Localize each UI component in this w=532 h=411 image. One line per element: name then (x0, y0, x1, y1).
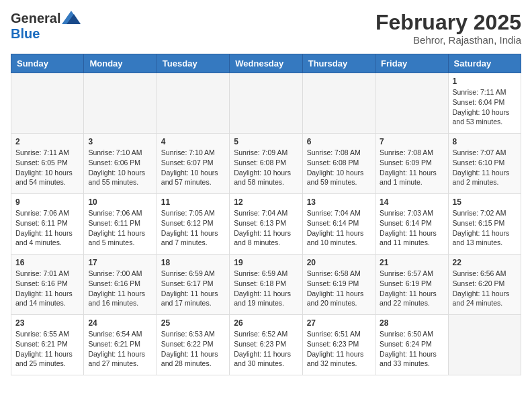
month-year-title: February 2025 (375, 11, 521, 34)
weekday-header-friday: Friday (375, 54, 448, 73)
day-number: 17 (88, 258, 152, 267)
day-number: 6 (307, 137, 371, 146)
day-number: 14 (380, 197, 443, 207)
calendar-cell: 20Sunrise: 6:58 AM Sunset: 6:19 PM Dayli… (302, 255, 375, 315)
day-number: 2 (15, 137, 79, 146)
day-number: 19 (234, 258, 298, 267)
day-number: 18 (161, 258, 225, 267)
calendar-cell (448, 315, 521, 375)
weekday-header-row: SundayMondayTuesdayWednesdayThursdayFrid… (11, 54, 521, 73)
calendar-cell: 9Sunrise: 7:06 AM Sunset: 6:11 PM Daylig… (11, 194, 84, 255)
calendar-cell (11, 73, 84, 134)
day-info: Sunrise: 6:58 AM Sunset: 6:19 PM Dayligh… (307, 269, 371, 308)
page-header: General Blue February 2025 Behror, Rajas… (11, 11, 521, 46)
logo-icon (62, 11, 81, 24)
calendar-cell: 26Sunrise: 6:52 AM Sunset: 6:23 PM Dayli… (230, 315, 302, 375)
week-row-1: 1Sunrise: 7:11 AM Sunset: 6:04 PM Daylig… (11, 73, 521, 134)
weekday-header-sunday: Sunday (11, 54, 84, 73)
location-subtitle: Behror, Rajasthan, India (375, 34, 521, 46)
weekday-header-saturday: Saturday (448, 54, 521, 73)
week-row-5: 23Sunrise: 6:55 AM Sunset: 6:21 PM Dayli… (11, 315, 521, 375)
calendar-cell: 28Sunrise: 6:50 AM Sunset: 6:24 PM Dayli… (375, 315, 448, 375)
calendar-cell: 14Sunrise: 7:03 AM Sunset: 6:14 PM Dayli… (375, 194, 448, 255)
calendar-cell: 18Sunrise: 6:59 AM Sunset: 6:17 PM Dayli… (157, 255, 229, 315)
day-info: Sunrise: 7:04 AM Sunset: 6:14 PM Dayligh… (307, 208, 371, 248)
day-info: Sunrise: 7:05 AM Sunset: 6:12 PM Dayligh… (161, 208, 225, 248)
calendar-cell: 23Sunrise: 6:55 AM Sunset: 6:21 PM Dayli… (11, 315, 84, 375)
day-number: 16 (15, 258, 79, 267)
day-info: Sunrise: 6:53 AM Sunset: 6:22 PM Dayligh… (161, 329, 225, 369)
day-number: 12 (234, 197, 298, 207)
calendar-cell: 1Sunrise: 7:11 AM Sunset: 6:04 PM Daylig… (448, 73, 521, 134)
day-info: Sunrise: 7:11 AM Sunset: 6:04 PM Dayligh… (453, 87, 517, 127)
calendar-cell: 3Sunrise: 7:10 AM Sunset: 6:06 PM Daylig… (84, 134, 157, 194)
day-number: 20 (307, 258, 371, 267)
day-info: Sunrise: 7:10 AM Sunset: 6:06 PM Dayligh… (88, 148, 152, 187)
day-number: 11 (161, 197, 225, 207)
calendar-cell: 22Sunrise: 6:56 AM Sunset: 6:20 PM Dayli… (448, 255, 521, 315)
day-number: 1 (453, 77, 517, 86)
calendar-cell: 2Sunrise: 7:11 AM Sunset: 6:05 PM Daylig… (11, 134, 84, 194)
calendar-cell: 7Sunrise: 7:08 AM Sunset: 6:09 PM Daylig… (375, 134, 448, 194)
calendar-cell (230, 73, 302, 134)
day-info: Sunrise: 7:08 AM Sunset: 6:08 PM Dayligh… (307, 148, 371, 187)
day-info: Sunrise: 6:50 AM Sunset: 6:24 PM Dayligh… (380, 329, 443, 369)
day-info: Sunrise: 7:04 AM Sunset: 6:13 PM Dayligh… (234, 208, 298, 248)
calendar-cell: 13Sunrise: 7:04 AM Sunset: 6:14 PM Dayli… (302, 194, 375, 255)
calendar-cell: 21Sunrise: 6:57 AM Sunset: 6:19 PM Dayli… (375, 255, 448, 315)
logo: General Blue (11, 11, 81, 42)
calendar-cell: 19Sunrise: 6:59 AM Sunset: 6:18 PM Dayli… (230, 255, 302, 315)
calendar-cell (84, 73, 157, 134)
day-info: Sunrise: 6:59 AM Sunset: 6:18 PM Dayligh… (234, 269, 298, 308)
day-number: 5 (234, 137, 298, 146)
calendar-cell: 16Sunrise: 7:01 AM Sunset: 6:16 PM Dayli… (11, 255, 84, 315)
day-number: 25 (161, 318, 225, 328)
day-info: Sunrise: 6:52 AM Sunset: 6:23 PM Dayligh… (234, 329, 298, 369)
day-info: Sunrise: 6:56 AM Sunset: 6:20 PM Dayligh… (453, 269, 517, 308)
week-row-2: 2Sunrise: 7:11 AM Sunset: 6:05 PM Daylig… (11, 134, 521, 194)
weekday-header-monday: Monday (84, 54, 157, 73)
day-info: Sunrise: 7:09 AM Sunset: 6:08 PM Dayligh… (234, 148, 298, 187)
logo-general-text: General (11, 11, 60, 26)
calendar-cell: 4Sunrise: 7:10 AM Sunset: 6:07 PM Daylig… (157, 134, 229, 194)
day-info: Sunrise: 7:06 AM Sunset: 6:11 PM Dayligh… (15, 208, 79, 248)
day-info: Sunrise: 7:10 AM Sunset: 6:07 PM Dayligh… (161, 148, 225, 187)
calendar-cell (302, 73, 375, 134)
day-info: Sunrise: 7:11 AM Sunset: 6:05 PM Dayligh… (15, 148, 79, 187)
day-info: Sunrise: 6:51 AM Sunset: 6:23 PM Dayligh… (307, 329, 371, 369)
calendar-cell (375, 73, 448, 134)
day-number: 10 (88, 197, 152, 207)
day-number: 24 (88, 318, 152, 328)
day-number: 7 (380, 137, 443, 146)
day-info: Sunrise: 7:06 AM Sunset: 6:11 PM Dayligh… (88, 208, 152, 248)
calendar-cell: 25Sunrise: 6:53 AM Sunset: 6:22 PM Dayli… (157, 315, 229, 375)
weekday-header-thursday: Thursday (302, 54, 375, 73)
calendar-cell: 24Sunrise: 6:54 AM Sunset: 6:21 PM Dayli… (84, 315, 157, 375)
calendar-cell: 12Sunrise: 7:04 AM Sunset: 6:13 PM Dayli… (230, 194, 302, 255)
calendar-cell: 27Sunrise: 6:51 AM Sunset: 6:23 PM Dayli… (302, 315, 375, 375)
day-info: Sunrise: 7:01 AM Sunset: 6:16 PM Dayligh… (15, 269, 79, 308)
day-number: 9 (15, 197, 79, 207)
logo-blue-text: Blue (11, 26, 40, 42)
day-info: Sunrise: 7:03 AM Sunset: 6:14 PM Dayligh… (380, 208, 443, 248)
title-block: February 2025 Behror, Rajasthan, India (375, 11, 521, 46)
week-row-4: 16Sunrise: 7:01 AM Sunset: 6:16 PM Dayli… (11, 255, 521, 315)
day-info: Sunrise: 7:07 AM Sunset: 6:10 PM Dayligh… (453, 148, 517, 187)
day-info: Sunrise: 7:02 AM Sunset: 6:15 PM Dayligh… (453, 208, 517, 248)
day-number: 22 (453, 258, 517, 267)
day-info: Sunrise: 7:00 AM Sunset: 6:16 PM Dayligh… (88, 269, 152, 308)
day-number: 13 (307, 197, 371, 207)
day-number: 21 (380, 258, 443, 267)
day-info: Sunrise: 6:55 AM Sunset: 6:21 PM Dayligh… (15, 329, 79, 369)
calendar-cell: 8Sunrise: 7:07 AM Sunset: 6:10 PM Daylig… (448, 134, 521, 194)
weekday-header-tuesday: Tuesday (157, 54, 229, 73)
day-info: Sunrise: 6:54 AM Sunset: 6:21 PM Dayligh… (88, 329, 152, 369)
day-number: 27 (307, 318, 371, 328)
calendar-cell: 11Sunrise: 7:05 AM Sunset: 6:12 PM Dayli… (157, 194, 229, 255)
weekday-header-wednesday: Wednesday (230, 54, 302, 73)
day-info: Sunrise: 6:59 AM Sunset: 6:17 PM Dayligh… (161, 269, 225, 308)
calendar-cell (157, 73, 229, 134)
day-number: 28 (380, 318, 443, 328)
calendar-cell: 6Sunrise: 7:08 AM Sunset: 6:08 PM Daylig… (302, 134, 375, 194)
day-number: 26 (234, 318, 298, 328)
